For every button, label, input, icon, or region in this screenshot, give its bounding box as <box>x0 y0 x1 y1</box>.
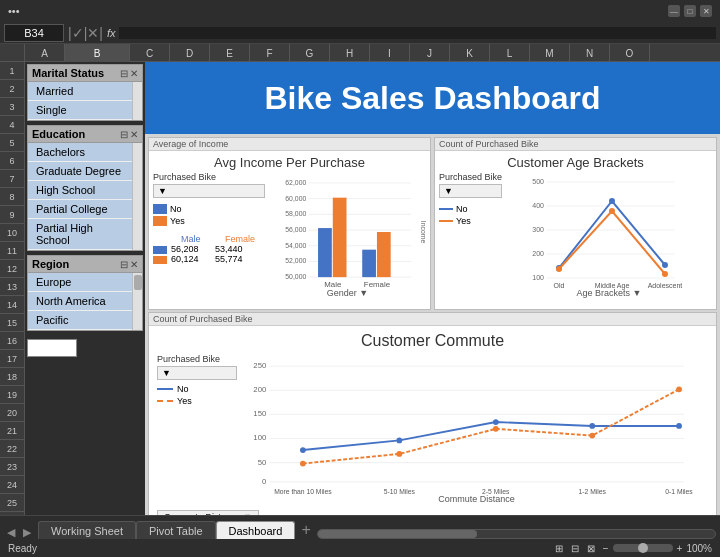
row-14[interactable]: 14 <box>0 296 24 314</box>
col-D[interactable]: D <box>170 44 210 62</box>
row-6[interactable]: 6 <box>0 152 24 170</box>
edu-partial-college[interactable]: Partial College <box>28 200 132 219</box>
avg-income-dropdown[interactable]: ▼ <box>153 184 265 198</box>
edu-partial-hs[interactable]: Partial High School <box>28 219 132 250</box>
row-13[interactable]: 13 <box>0 278 24 296</box>
row-12[interactable]: 12 <box>0 260 24 278</box>
row-1[interactable]: 1 <box>0 62 24 80</box>
close-button[interactable]: ✕ <box>700 5 712 17</box>
commute-distance-dropdown[interactable]: Commute Distance ▼ <box>157 510 259 515</box>
row-8[interactable]: 8 <box>0 188 24 206</box>
dashboard-title: Bike Sales Dashboard <box>264 80 600 117</box>
col-E[interactable]: E <box>210 44 250 62</box>
row-9[interactable]: 9 <box>0 206 24 224</box>
region-europe[interactable]: Europe <box>28 273 132 292</box>
maximize-button[interactable]: □ <box>684 5 696 17</box>
edu-bachelors[interactable]: Bachelors <box>28 143 132 162</box>
zoom-thumb[interactable] <box>638 543 648 553</box>
row-5[interactable]: 5 <box>0 134 24 152</box>
view-page[interactable]: ⊟ <box>571 543 579 554</box>
col-M[interactable]: M <box>530 44 570 62</box>
tab-dashboard-label: Dashboard <box>229 525 283 537</box>
edu-graduate[interactable]: Graduate Degree <box>28 162 132 181</box>
dashboard-header: Bike Sales Dashboard <box>145 62 720 134</box>
zoom-track[interactable] <box>613 544 673 552</box>
marital-single[interactable]: Single <box>28 101 132 120</box>
age-yes-pt1 <box>556 266 562 272</box>
svg-text:58,000: 58,000 <box>285 210 306 217</box>
marital-scrollbar[interactable] <box>132 82 142 120</box>
age-brackets-filter-btn[interactable]: Age Brackets ▼ <box>506 288 712 298</box>
tab-prev[interactable]: ◀ <box>4 526 18 539</box>
zoom-out[interactable]: − <box>603 543 609 554</box>
row-4[interactable]: 4 <box>0 116 24 134</box>
marital-married[interactable]: Married <box>28 82 132 101</box>
education-clear-icon[interactable]: ✕ <box>130 129 138 140</box>
row-16[interactable]: 16 <box>0 332 24 350</box>
tab-pivot-table[interactable]: Pivot Table <box>136 521 216 539</box>
age-dropdown[interactable]: ▼ <box>439 184 502 198</box>
row-23[interactable]: 23 <box>0 458 24 476</box>
marital-filter-icon[interactable]: ⊟ <box>120 68 128 79</box>
row-25[interactable]: 25 <box>0 494 24 512</box>
col-J[interactable]: J <box>410 44 450 62</box>
region-scrollbar[interactable] <box>132 273 142 330</box>
tab-working-sheet[interactable]: Working Sheet <box>38 521 136 539</box>
formula-input[interactable] <box>119 27 716 39</box>
region-north-america[interactable]: North America <box>28 292 132 311</box>
row-15[interactable]: 15 <box>0 314 24 332</box>
row-17[interactable]: 17 <box>0 350 24 368</box>
selected-cell[interactable] <box>27 339 77 357</box>
gender-filter-btn[interactable]: Gender ▼ <box>269 288 426 298</box>
tab-add[interactable]: + <box>295 521 316 539</box>
col-F[interactable]: F <box>250 44 290 62</box>
val-yes-male: 60,124 <box>171 254 211 264</box>
col-H[interactable]: H <box>330 44 370 62</box>
row-19[interactable]: 19 <box>0 386 24 404</box>
edu-highschool[interactable]: High School <box>28 181 132 200</box>
col-K[interactable]: K <box>450 44 490 62</box>
legend-yes-label: Yes <box>170 216 185 226</box>
row-18[interactable]: 18 <box>0 368 24 386</box>
col-O[interactable]: O <box>610 44 650 62</box>
row-3[interactable]: 3 <box>0 98 24 116</box>
view-break[interactable]: ⊠ <box>587 543 595 554</box>
row-26[interactable]: 26 <box>0 512 24 515</box>
tab-dashboard[interactable]: Dashboard <box>216 521 296 539</box>
col-L[interactable]: L <box>490 44 530 62</box>
col-C[interactable]: C <box>130 44 170 62</box>
row-7[interactable]: 7 <box>0 170 24 188</box>
svg-text:50: 50 <box>258 458 267 467</box>
row-11[interactable]: 11 <box>0 242 24 260</box>
avg-income-filter: Purchased Bike ▼ No <box>153 172 265 298</box>
col-B[interactable]: B <box>65 44 130 62</box>
tab-next[interactable]: ▶ <box>20 526 34 539</box>
row-21[interactable]: 21 <box>0 422 24 440</box>
age-content: Purchased Bike ▼ No <box>435 172 716 298</box>
minimize-button[interactable]: — <box>668 5 680 17</box>
row-22[interactable]: 22 <box>0 440 24 458</box>
cell-reference[interactable] <box>4 24 64 42</box>
row-10[interactable]: 10 <box>0 224 24 242</box>
region-filter-icon[interactable]: ⊟ <box>120 259 128 270</box>
row-2[interactable]: 2 <box>0 80 24 98</box>
svg-text:200: 200 <box>253 385 266 394</box>
commute-dropdown[interactable]: ▼ <box>157 366 237 380</box>
col-I[interactable]: I <box>370 44 410 62</box>
region-clear-icon[interactable]: ✕ <box>130 259 138 270</box>
h-scroll-track[interactable] <box>317 529 716 539</box>
zoom-in[interactable]: + <box>677 543 683 554</box>
col-G[interactable]: G <box>290 44 330 62</box>
col-A[interactable]: A <box>25 44 65 62</box>
row-20[interactable]: 20 <box>0 404 24 422</box>
education-scrollbar[interactable] <box>132 143 142 250</box>
h-scroll-thumb[interactable] <box>318 530 477 538</box>
col-N[interactable]: N <box>570 44 610 62</box>
row-24[interactable]: 24 <box>0 476 24 494</box>
commute-no-pt5 <box>676 423 682 429</box>
education-filter-icon[interactable]: ⊟ <box>120 129 128 140</box>
view-normal[interactable]: ⊞ <box>555 543 563 554</box>
commute-no-pt1 <box>300 447 306 453</box>
region-pacific[interactable]: Pacific <box>28 311 132 330</box>
marital-clear-icon[interactable]: ✕ <box>130 68 138 79</box>
